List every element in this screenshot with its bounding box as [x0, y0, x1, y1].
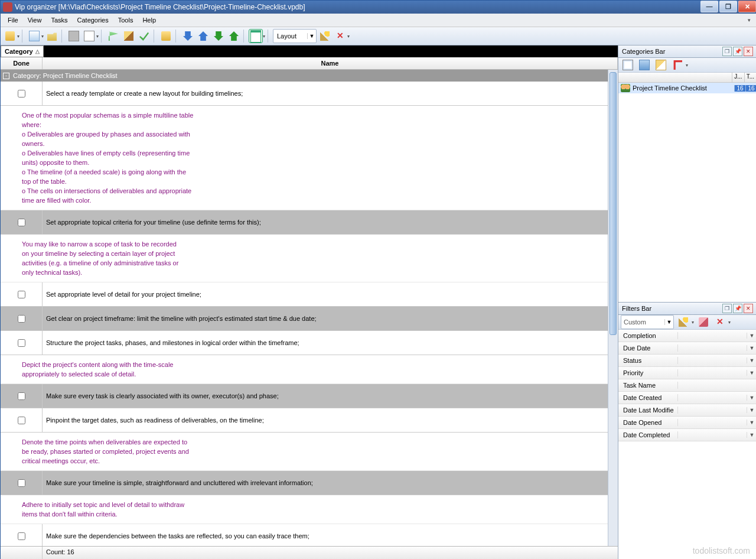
done-checkbox[interactable] — [18, 219, 25, 226]
chevron-down-icon[interactable]: ▼ — [747, 420, 756, 425]
delete-button[interactable]: ✕ — [333, 29, 347, 43]
print-button[interactable] — [67, 29, 81, 43]
task-row[interactable]: Make sure your timeline is simple, strai… — [1, 471, 608, 495]
menu-help[interactable]: Help — [138, 15, 161, 25]
open-button[interactable] — [45, 29, 59, 43]
page-button[interactable] — [82, 29, 96, 43]
column-headers: Done Name — [1, 57, 618, 70]
menu-categories[interactable]: Categories — [73, 15, 113, 25]
cat-col-1[interactable]: J... — [732, 73, 744, 82]
task-row[interactable]: Make sure every task is clearly associat… — [1, 384, 608, 408]
done-checkbox[interactable] — [18, 315, 25, 323]
task-name: Get clear on project timeframe: limit th… — [43, 312, 608, 325]
task-row[interactable]: Make sure the dependencies between the t… — [1, 524, 608, 546]
cat-tree-button[interactable] — [637, 58, 651, 72]
calendar-button[interactable] — [249, 29, 263, 43]
column-done[interactable]: Done — [1, 57, 43, 69]
task-grid[interactable]: - Category: Project Timeline Checklist S… — [1, 70, 608, 546]
collapse-icon[interactable]: - — [3, 73, 9, 79]
filter-label: Date Opened — [618, 419, 678, 426]
task-row[interactable]: Pinpoint the target dates, such as readi… — [1, 408, 608, 433]
chevron-down-icon[interactable]: ▼ — [747, 432, 756, 438]
panel-close-button[interactable]: ✕ — [744, 47, 753, 56]
filter-apply-button[interactable] — [676, 315, 690, 329]
move-up-button[interactable] — [196, 29, 210, 43]
chevron-down-icon[interactable]: ▼ — [747, 358, 756, 363]
people-icon — [621, 84, 630, 92]
menu-view[interactable]: View — [23, 15, 47, 25]
filter-row[interactable]: Date Created▼ — [618, 392, 756, 404]
menu-tasks[interactable]: Tasks — [46, 15, 72, 25]
done-checkbox[interactable] — [18, 479, 25, 487]
task-row[interactable]: Select a ready template or create a new … — [1, 82, 608, 106]
filters-panel: Filters Bar ❐ 📌 ✕ Custom ▼ ▾ ✕▾ Completi… — [618, 303, 756, 559]
wand-button[interactable] — [318, 29, 332, 43]
filter-clear-button[interactable] — [696, 315, 711, 329]
new-button[interactable] — [27, 29, 41, 43]
folder-button[interactable] — [159, 29, 173, 43]
menubar: FileViewTasksCategoriesToolsHelp ▾ — [1, 14, 756, 27]
chevron-down-icon[interactable]: ▼ — [747, 333, 756, 339]
filter-row[interactable]: Date Last Modifie▼ — [618, 404, 756, 417]
panel-pin-button[interactable]: 📌 — [733, 304, 742, 313]
filter-label: Date Completed — [618, 431, 678, 438]
done-checkbox[interactable] — [18, 532, 25, 540]
cat-col-2[interactable]: T... — [745, 73, 756, 82]
done-checkbox[interactable] — [18, 339, 25, 347]
chevron-down-icon[interactable]: ▼ — [747, 370, 756, 376]
panel-restore-button[interactable]: ❐ — [722, 47, 732, 56]
move-down-button[interactable] — [181, 29, 195, 43]
filter-row[interactable]: Status▼ — [618, 355, 756, 367]
flag-button[interactable] — [106, 29, 120, 43]
move-up2-button[interactable] — [227, 29, 241, 43]
filter-row[interactable]: Date Completed▼ — [618, 429, 756, 441]
panel-pin-button[interactable]: 📌 — [733, 47, 742, 56]
move-down2-button[interactable] — [211, 29, 226, 43]
minimize-button[interactable]: — — [700, 1, 718, 12]
task-name: Set appropriate level of detail for your… — [43, 288, 608, 301]
filter-row[interactable]: Task Name — [618, 379, 756, 392]
menu-tools[interactable]: Tools — [113, 15, 138, 25]
filter-preset-combo[interactable]: Custom ▼ — [621, 315, 674, 329]
grid-footer: Count: 16 — [1, 546, 618, 559]
task-name: Set appropriate topical criteria for you… — [43, 216, 608, 229]
cat-new-button[interactable] — [621, 58, 635, 72]
category-row[interactable]: Project Timeline Checklist 16 16 — [618, 83, 756, 93]
filter-label: Date Last Modifie — [618, 407, 678, 414]
task-row[interactable]: Structure the project tasks, phases, and… — [1, 331, 608, 355]
close-button[interactable]: ✕ — [738, 1, 756, 12]
vertical-scrollbar[interactable] — [608, 70, 618, 546]
panel-close-button[interactable]: ✕ — [744, 304, 753, 313]
cat-edit-button[interactable] — [654, 58, 668, 72]
task-name: Pinpoint the target dates, such as readi… — [43, 414, 608, 427]
chevron-down-icon[interactable]: ▼ — [747, 345, 756, 351]
maximize-button[interactable]: ❐ — [719, 1, 737, 12]
db-button[interactable] — [3, 29, 17, 43]
layout-combo[interactable]: Layout ▼ — [273, 29, 317, 43]
group-chip[interactable]: Category△ — [1, 46, 44, 57]
done-checkbox[interactable] — [18, 417, 25, 424]
done-checkbox[interactable] — [18, 291, 25, 298]
cat-del-button[interactable] — [670, 58, 685, 72]
filter-row[interactable]: Due Date▼ — [618, 342, 756, 355]
filter-row[interactable]: Date Opened▼ — [618, 417, 756, 429]
menu-file[interactable]: File — [3, 15, 23, 25]
task-row[interactable]: Set appropriate topical criteria for you… — [1, 210, 608, 235]
filter-row[interactable]: Priority▼ — [618, 367, 756, 379]
task-row[interactable]: Get clear on project timeframe: limit th… — [1, 307, 608, 331]
edit-button[interactable] — [122, 29, 136, 43]
done-checkbox[interactable] — [18, 392, 25, 400]
menu-overflow-icon[interactable]: ▾ — [744, 17, 754, 23]
filter-delete-button[interactable]: ✕ — [713, 315, 727, 329]
panel-restore-button[interactable]: ❐ — [722, 304, 732, 313]
filter-label: Status — [618, 357, 678, 364]
filter-label: Date Created — [618, 394, 678, 401]
chevron-down-icon[interactable]: ▼ — [747, 395, 756, 401]
task-row[interactable]: Set appropriate level of detail for your… — [1, 282, 608, 307]
done-checkbox[interactable] — [18, 90, 25, 98]
filter-row[interactable]: Completion▼ — [618, 330, 756, 342]
check-button[interactable] — [137, 29, 151, 43]
chevron-down-icon[interactable]: ▼ — [747, 407, 756, 413]
group-header[interactable]: - Category: Project Timeline Checklist — [1, 70, 608, 82]
column-name[interactable]: Name — [43, 57, 618, 69]
